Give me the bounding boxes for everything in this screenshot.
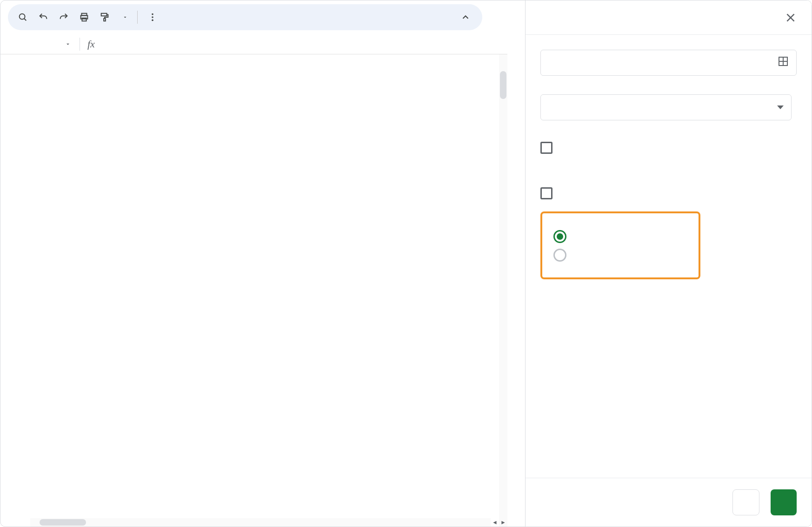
advanced-options-toggle[interactable]: [540, 162, 797, 179]
range-field[interactable]: [540, 50, 797, 76]
invalid-data-section: [540, 211, 700, 279]
toolbar-separator: [137, 11, 138, 24]
undo-icon[interactable]: [34, 8, 53, 26]
svg-rect-6: [104, 19, 106, 21]
radio-show-warning[interactable]: [553, 230, 687, 243]
horizontal-scrollbar[interactable]: [30, 518, 491, 527]
svg-rect-4: [82, 18, 86, 21]
vertical-scrollbar[interactable]: [499, 54, 507, 527]
remove-rule-button[interactable]: [732, 489, 759, 515]
search-icon[interactable]: [13, 8, 32, 26]
expand-up-icon[interactable]: [456, 8, 475, 26]
done-button[interactable]: [771, 489, 797, 515]
toolbar: [8, 4, 482, 30]
close-icon[interactable]: [785, 12, 797, 25]
zoom-dropdown[interactable]: [116, 14, 132, 20]
checkbox-icon: [540, 187, 552, 199]
radio-icon: [553, 230, 566, 243]
print-icon[interactable]: [75, 8, 93, 26]
panel-footer: [526, 478, 812, 527]
name-box[interactable]: [0, 41, 80, 47]
scroll-thumb[interactable]: [40, 519, 86, 526]
svg-point-9: [152, 20, 153, 21]
paint-format-icon[interactable]: [95, 8, 114, 26]
fx-icon: fx: [80, 38, 102, 50]
caret-down-icon: [777, 105, 784, 109]
scroll-thumb[interactable]: [500, 71, 506, 99]
help-text-checkbox[interactable]: [540, 187, 797, 199]
grid-icon[interactable]: [778, 56, 789, 70]
redo-icon[interactable]: [54, 8, 73, 26]
svg-point-7: [152, 13, 153, 15]
scroll-right-icon[interactable]: ►: [499, 518, 507, 527]
custom-values-checkbox[interactable]: [540, 142, 797, 154]
criteria-dropdown[interactable]: [540, 94, 792, 120]
toolbar-container: [0, 0, 507, 34]
svg-point-8: [152, 16, 153, 18]
spreadsheet-area: fx ◄ ►: [0, 0, 507, 527]
scroll-left-icon[interactable]: ◄: [491, 518, 499, 527]
caret-down-icon: [122, 14, 128, 20]
formula-bar: fx: [0, 34, 507, 54]
grid[interactable]: ◄ ►: [0, 54, 507, 527]
more-icon[interactable]: [143, 8, 162, 26]
checkbox-icon: [540, 142, 552, 154]
svg-line-1: [24, 19, 26, 20]
radio-icon: [553, 249, 566, 262]
caret-down-icon: [65, 41, 71, 47]
svg-point-0: [20, 14, 25, 20]
data-validation-panel: [525, 0, 812, 527]
radio-reject-input[interactable]: [553, 249, 687, 262]
svg-rect-5: [101, 13, 107, 16]
